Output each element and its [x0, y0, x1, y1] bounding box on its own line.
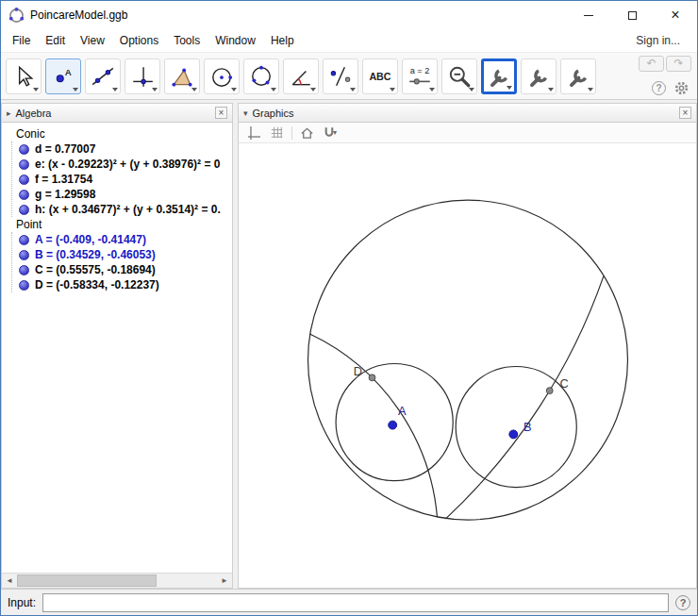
tool-reflect[interactable] [323, 58, 358, 94]
tool-perpendicular-line[interactable] [125, 58, 160, 94]
menu-tools[interactable]: Tools [166, 30, 208, 51]
algebra-item[interactable]: B = (0.34529, -0.46053) [12, 247, 232, 262]
tool-text[interactable]: ABC [362, 58, 398, 94]
object-visibility-marble[interactable] [19, 175, 29, 185]
tool-dropdown-arrow [231, 88, 237, 92]
grid-toggle-icon[interactable] [269, 125, 285, 141]
object-visibility-marble[interactable] [19, 159, 29, 170]
menu-help[interactable]: Help [263, 30, 302, 51]
svg-text:a = 2: a = 2 [410, 66, 430, 75]
default-view-home-icon[interactable] [299, 125, 315, 141]
object-visibility-marble[interactable] [19, 205, 29, 215]
svg-text:ABC: ABC [369, 70, 391, 81]
undo-button[interactable]: ↶ [639, 56, 664, 72]
help-icon: ? [656, 83, 661, 93]
scrollbar-thumb[interactable] [17, 574, 157, 587]
close-button[interactable]: × [654, 1, 697, 29]
tool-move[interactable] [6, 58, 42, 94]
point-D-label: D [354, 364, 362, 378]
stylebar-separator [291, 126, 292, 140]
help-button[interactable]: ? [652, 81, 666, 95]
algebra-horizontal-scrollbar[interactable]: ◄ ► [2, 573, 232, 588]
algebra-group-point[interactable]: Point [2, 217, 232, 232]
minimize-button[interactable] [567, 1, 610, 29]
algebra-item-text: B = (0.34529, -0.46053) [35, 248, 156, 261]
algebra-item[interactable]: f = 1.31754 [12, 172, 232, 187]
input-help-button[interactable]: ? [675, 595, 690, 610]
scroll-right-arrow[interactable]: ► [217, 574, 232, 588]
tool-polygon[interactable] [164, 58, 200, 94]
slider-icon: a = 2 [407, 64, 433, 89]
panel-menu-arrow-icon[interactable]: ▸ [7, 108, 11, 118]
tool-line[interactable] [85, 58, 121, 94]
point-B[interactable] [509, 430, 518, 439]
tool-dropdown-arrow [271, 88, 276, 92]
algebra-item[interactable]: h: (x + 0.34677)² + (y + 0.3514)² = 0. [12, 202, 232, 217]
algebra-item[interactable]: C = (0.55575, -0.18694) [12, 262, 232, 277]
scroll-left-arrow[interactable]: ◄ [2, 574, 17, 588]
menu-options[interactable]: Options [112, 30, 166, 51]
tool-point[interactable]: A [45, 58, 81, 94]
algebra-item-text: C = (0.55575, -0.18694) [35, 263, 156, 276]
command-input[interactable] [42, 593, 669, 612]
tool-angle[interactable] [283, 58, 319, 94]
algebra-item[interactable]: A = (-0.409, -0.41447) [12, 232, 232, 247]
algebra-item[interactable]: g = 1.29598 [12, 187, 232, 202]
sign-in-link[interactable]: Sign in... [636, 34, 693, 47]
graphics-header: ▾ Graphics × [239, 104, 696, 123]
object-visibility-marble[interactable] [19, 235, 29, 245]
settings-gear-icon[interactable] [674, 81, 689, 95]
maximize-button[interactable] [610, 1, 654, 29]
redo-button[interactable]: ↷ [666, 56, 691, 72]
tool-wrench-2[interactable] [521, 58, 557, 94]
circle-e[interactable] [456, 366, 576, 487]
wrench-icon [566, 64, 590, 89]
menu-window[interactable]: Window [208, 30, 263, 51]
point-A[interactable] [389, 421, 397, 429]
menu-view[interactable]: View [73, 30, 112, 51]
algebra-tree: Conicd = 0.77007e: (x - 0.29223)² + (y +… [2, 123, 232, 573]
maximize-icon [628, 11, 637, 20]
tool-dropdown-arrow [390, 88, 395, 92]
algebra-item-text: d = 0.77007 [35, 142, 95, 156]
reflect-about-line-icon [328, 64, 353, 89]
tool-slider[interactable]: a = 2 [402, 58, 438, 94]
tool-conic[interactable] [243, 58, 279, 94]
menu-edit[interactable]: Edit [38, 30, 73, 51]
graphics-canvas[interactable]: ABCD [239, 143, 696, 588]
tool-wrench-3[interactable] [560, 58, 596, 94]
object-visibility-marble[interactable] [19, 190, 29, 200]
point-C[interactable] [546, 388, 553, 394]
tool-dropdown-arrow [588, 88, 593, 92]
menu-file[interactable]: File [5, 30, 38, 51]
algebra-item-text: A = (-0.409, -0.41447) [35, 233, 146, 246]
panel-menu-arrow-icon[interactable]: ▾ [243, 108, 248, 118]
algebra-item[interactable]: D = (-0.58334, -0.12237) [12, 277, 232, 292]
input-label: Input: [8, 596, 36, 609]
tool-wrench-1[interactable] [481, 58, 517, 94]
tool-dropdown-arrow [350, 88, 356, 92]
tool-circle[interactable] [204, 58, 240, 94]
object-visibility-marble[interactable] [19, 250, 29, 260]
algebra-close-button[interactable]: × [215, 107, 227, 119]
graphics-close-button[interactable]: × [679, 107, 691, 119]
point-capturing-dropdown[interactable]: ▾ [322, 125, 337, 140]
algebra-group-conic[interactable]: Conic [2, 126, 232, 142]
axes-toggle-icon[interactable] [245, 125, 262, 141]
algebra-title: Algebra [16, 108, 52, 119]
object-visibility-marble[interactable] [19, 280, 29, 291]
tool-dropdown-arrow [429, 88, 435, 92]
point-B-label: B [524, 420, 532, 434]
algebra-item[interactable]: d = 0.77007 [12, 142, 232, 157]
tool-dropdown-arrow [152, 88, 158, 92]
object-visibility-marble[interactable] [19, 144, 29, 155]
tool-zoom-out[interactable] [441, 58, 477, 94]
object-visibility-marble[interactable] [19, 265, 29, 275]
app-window: PoincareModel.ggb × File Edit View Optio… [0, 0, 698, 616]
tool-dropdown-arrow [507, 86, 512, 90]
point-D[interactable] [369, 375, 375, 381]
chevron-down-icon: ▾ [333, 128, 337, 137]
algebra-item[interactable]: e: (x - 0.29223)² + (y + 0.38976)² = 0 [12, 157, 232, 172]
poincare-disk-boundary[interactable] [308, 200, 628, 520]
geodesic-arc-right[interactable] [445, 276, 604, 519]
